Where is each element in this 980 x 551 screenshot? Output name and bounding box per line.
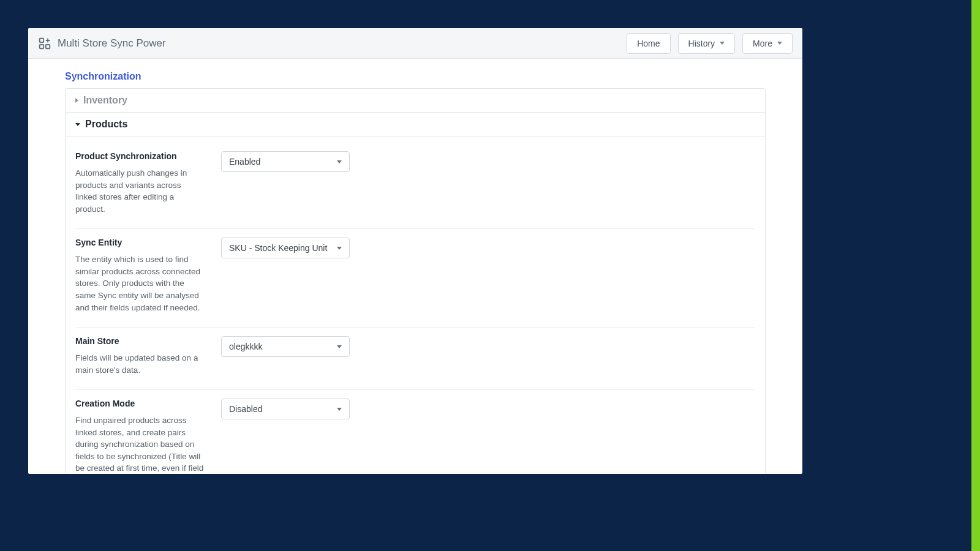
page-title: Synchronization [65,71,766,82]
chevron-down-icon [337,345,342,348]
setting-control: olegkkkk [221,336,350,376]
chevron-down-icon [337,247,342,250]
accordion-products-label: Products [85,119,127,130]
setting-left: Main Store Fields will be updated based … [75,336,204,376]
accordion-inventory[interactable]: Inventory [66,89,765,113]
topbar: Multi Store Sync Power Home History More [28,28,802,59]
setting-label: Creation Mode [75,399,204,408]
svg-rect-2 [46,44,50,48]
history-button-label: History [688,39,715,48]
main-store-select[interactable]: olegkkkk [221,336,350,357]
history-button[interactable]: History [678,33,736,54]
setting-control: Disabled [221,399,350,474]
select-value: Enabled [229,157,260,167]
setting-creation-mode: Creation Mode Find unpaired products acr… [75,390,755,474]
chevron-right-icon [75,98,78,103]
chevron-down-icon [337,408,342,411]
setting-label: Product Synchronization [75,151,204,161]
chevron-down-icon [777,42,782,45]
setting-left: Product Synchronization Automatically pu… [75,151,204,215]
svg-rect-1 [40,44,43,48]
decorative-stripe [971,0,980,551]
home-button-label: Home [637,39,660,48]
select-value: SKU - Stock Keeping Unit [229,243,327,253]
topbar-left: Multi Store Sync Power [38,37,166,50]
settings-panel: Inventory Products Product Synchronizati… [65,88,766,474]
more-button[interactable]: More [742,33,793,54]
setting-left: Sync Entity The entity which is used to … [75,238,204,313]
setting-sync-entity: Sync Entity The entity which is used to … [75,229,755,328]
setting-control: Enabled [221,151,350,215]
more-button-label: More [753,39,772,48]
setting-description: Automatically push changes in products a… [75,167,204,215]
app-window: Multi Store Sync Power Home History More… [28,28,802,474]
chevron-down-icon [75,123,80,126]
setting-description: Find unpaired products across linked sto… [75,414,204,474]
setting-description: The entity which is used to find similar… [75,253,204,313]
svg-rect-0 [40,38,43,42]
topbar-actions: Home History More [627,33,793,54]
sync-entity-select[interactable]: SKU - Stock Keeping Unit [221,238,350,258]
chevron-down-icon [337,160,342,163]
products-settings: Product Synchronization Automatically pu… [66,137,765,474]
select-value: olegkkkk [229,342,262,351]
creation-mode-select[interactable]: Disabled [221,399,350,419]
setting-label: Main Store [75,336,204,346]
app-icon [38,37,51,50]
home-button[interactable]: Home [627,33,670,54]
setting-description: Fields will be updated based on a main s… [75,352,204,376]
setting-main-store: Main Store Fields will be updated based … [75,328,755,390]
accordion-products[interactable]: Products [66,113,765,137]
app-title: Multi Store Sync Power [58,37,166,50]
page-content: Synchronization Inventory Products Produ… [28,59,802,474]
chevron-down-icon [720,42,725,45]
setting-label: Sync Entity [75,238,204,247]
setting-left: Creation Mode Find unpaired products acr… [75,399,204,474]
accordion-inventory-label: Inventory [83,95,127,106]
select-value: Disabled [229,404,262,414]
setting-product-sync: Product Synchronization Automatically pu… [75,143,755,229]
product-sync-select[interactable]: Enabled [221,151,350,172]
setting-control: SKU - Stock Keeping Unit [221,238,350,313]
